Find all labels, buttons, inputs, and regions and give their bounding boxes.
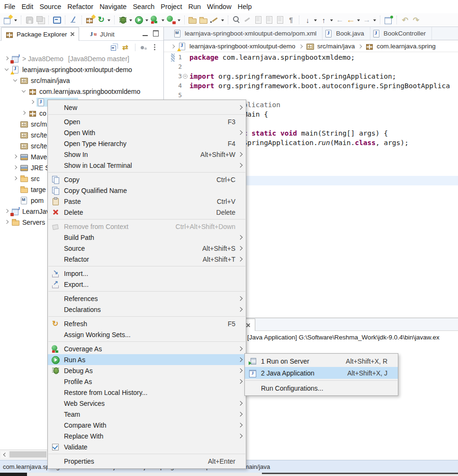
editor-tool-3-icon[interactable]	[275, 15, 285, 25]
minimize-icon[interactable]	[143, 31, 148, 36]
next-annotation-dropdown-icon[interactable]	[313, 15, 318, 25]
menu-item-import[interactable]: Import...	[48, 268, 246, 279]
format-dropdown-icon[interactable]	[220, 15, 225, 25]
previous-annotation-dropdown-icon[interactable]	[329, 15, 334, 25]
menu-item-open[interactable]: OpenF3	[48, 116, 246, 127]
forward-history-dropdown-icon[interactable]	[372, 15, 377, 25]
new-dropdown-icon[interactable]	[13, 15, 18, 25]
breadcrumb-package[interactable]: com.learnjava.spring	[377, 43, 436, 50]
menu-item-export[interactable]: Export...	[48, 279, 246, 290]
submenu-item-java-application[interactable]: 2 Java ApplicationAlt+Shift+X, J	[245, 367, 398, 379]
menu-item-open-with[interactable]: Open With	[48, 127, 246, 138]
back-icon[interactable]	[335, 15, 345, 25]
menu-project[interactable]: Project	[161, 3, 182, 10]
profile-dropdown-icon[interactable]	[177, 15, 182, 25]
menu-search[interactable]: Search	[133, 3, 154, 10]
menu-item-properties[interactable]: PropertiesAlt+Enter	[48, 456, 246, 467]
chevron-right-icon[interactable]	[12, 165, 18, 171]
menu-refactor[interactable]: Refactor	[67, 3, 93, 10]
editor-tool-1-icon[interactable]	[253, 15, 263, 25]
breadcrumb-source-folder[interactable]: src/main/java	[317, 43, 355, 50]
menu-item-declarations[interactable]: Declarations	[48, 304, 246, 315]
close-icon[interactable]	[70, 32, 75, 37]
new-java-project-icon[interactable]	[85, 15, 95, 25]
chevron-right-icon[interactable]	[12, 154, 18, 160]
link-with-editor-icon[interactable]	[122, 43, 131, 52]
tab-book-java[interactable]: Book.java	[323, 27, 370, 40]
open-type-icon[interactable]	[188, 15, 198, 25]
chevron-down-icon[interactable]	[4, 66, 10, 73]
menu-window[interactable]: Window	[207, 3, 232, 10]
coverage-dropdown-icon[interactable]	[161, 15, 166, 25]
menu-file[interactable]: File	[4, 3, 15, 10]
chevron-down-icon[interactable]	[12, 77, 18, 83]
menu-item-show-in[interactable]: Show InAlt+Shift+W	[48, 149, 246, 160]
menu-item-refactor[interactable]: RefactorAlt+Shift+T	[48, 254, 246, 265]
tab-pom-xml[interactable]: learnjava-springboot-xmloutput-demo/pom.…	[171, 27, 323, 40]
save-icon[interactable]	[25, 15, 35, 25]
menu-item-copy[interactable]: CopyCtrl+C	[48, 174, 246, 185]
editor-tool-2-icon[interactable]	[264, 15, 274, 25]
fold-collapse-icon[interactable]	[183, 74, 188, 79]
tree-item-package[interactable]: com.learnjava.springbootxmldemo	[0, 86, 163, 97]
menu-item-references[interactable]: References	[48, 293, 246, 304]
save-all-icon[interactable]	[36, 15, 45, 25]
scroll-left-icon[interactable]	[1, 451, 8, 458]
undo-icon[interactable]	[400, 15, 410, 25]
menu-item-team[interactable]: Team	[48, 409, 246, 420]
previous-annotation-icon[interactable]	[319, 15, 329, 25]
forward-history-icon[interactable]	[362, 15, 372, 25]
menu-item-run-as[interactable]: Run As	[48, 354, 246, 365]
menu-item-refresh[interactable]: RefreshF5	[48, 318, 246, 329]
run-icon[interactable]	[134, 15, 144, 25]
back-history-dropdown-icon[interactable]	[356, 15, 361, 25]
next-annotation-icon[interactable]	[303, 15, 313, 25]
update-maven-project-icon[interactable]	[96, 15, 106, 25]
menu-item-profile-as[interactable]: Profile As	[48, 376, 246, 387]
menu-item-copy-qualified-name[interactable]: Copy Qualified Name	[48, 185, 246, 196]
view-menu-icon[interactable]	[152, 44, 157, 51]
maximize-icon[interactable]	[153, 30, 159, 37]
run-dropdown-icon[interactable]	[144, 15, 150, 25]
menu-item-delete[interactable]: DeleteDelete	[48, 207, 246, 218]
scrollbar-thumb[interactable]	[9, 451, 46, 458]
menu-item-web-services[interactable]: Web Services	[48, 398, 246, 409]
menu-item-compare-with[interactable]: Compare With	[48, 420, 246, 430]
profile-icon[interactable]	[166, 15, 176, 25]
submenu-item-run-configurations[interactable]: Run Configurations...	[245, 382, 398, 394]
chevron-right-icon[interactable]	[21, 110, 27, 116]
chevron-right-icon[interactable]	[4, 208, 10, 214]
submenu-item-run-on-server[interactable]: 1 Run on ServerAlt+Shift+X, R	[245, 355, 398, 367]
search-icon[interactable]	[232, 15, 242, 25]
menu-item-validate[interactable]: Validate	[48, 441, 246, 452]
tab-junit[interactable]: JUnit	[85, 28, 118, 40]
menu-source[interactable]: Source	[39, 3, 61, 10]
menu-item-paste[interactable]: PasteCtrl+V	[48, 196, 246, 207]
debug-dropdown-icon[interactable]	[128, 15, 134, 25]
menu-item-new[interactable]: New	[48, 102, 246, 113]
mark-occurrences-icon[interactable]	[242, 15, 252, 25]
menu-run[interactable]: Run	[188, 3, 201, 10]
coverage-icon[interactable]	[150, 15, 160, 25]
open-resource-icon[interactable]	[199, 15, 209, 25]
menu-item-build-path[interactable]: Build Path	[48, 232, 246, 243]
tree-item-learnjava-springboot-project[interactable]: learnjava-springboot-xmloutput-demo	[0, 64, 163, 75]
update-dropdown-icon[interactable]	[107, 15, 112, 25]
chevron-right-icon[interactable]	[4, 219, 10, 225]
menu-item-debug-as[interactable]: Debug As	[48, 365, 246, 376]
filters-icon[interactable]	[140, 44, 148, 51]
tree-item-src-main-java[interactable]: src/main/java	[0, 75, 163, 86]
menu-item-coverage-as[interactable]: Coverage As	[48, 343, 246, 354]
format-icon[interactable]	[210, 15, 220, 25]
debug-icon[interactable]	[118, 15, 128, 25]
open-console-icon[interactable]	[52, 15, 62, 25]
back-history-icon[interactable]	[346, 15, 356, 25]
chevron-right-icon[interactable]	[4, 55, 10, 62]
tree-item-java8demo[interactable]: > Java8Demo[Java8Demo master]	[0, 53, 163, 64]
last-edit-location-icon[interactable]	[384, 15, 394, 25]
menu-item-replace-with[interactable]: Replace With	[48, 430, 246, 441]
menu-edit[interactable]: Edit	[21, 3, 33, 10]
menu-item-open-type-hierarchy[interactable]: Open Type HierarchyF4	[48, 138, 246, 149]
menu-item-assign-working-sets[interactable]: Assign Working Sets...	[48, 329, 246, 340]
close-icon[interactable]	[246, 323, 251, 328]
